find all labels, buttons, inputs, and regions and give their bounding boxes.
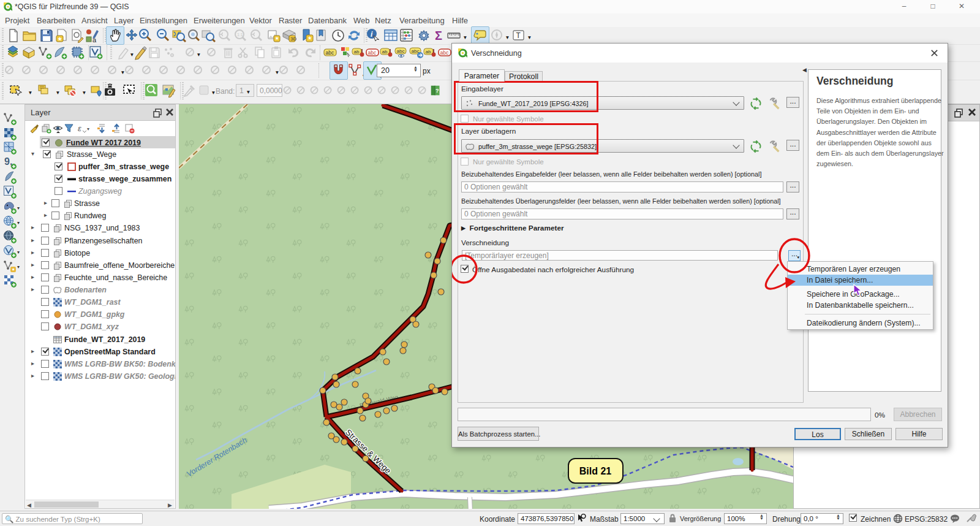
svg-text:ab: ab xyxy=(354,49,360,55)
svg-text:abc: abc xyxy=(440,50,449,56)
svg-text:3D: 3D xyxy=(290,36,296,42)
svg-text:abc: abc xyxy=(326,50,334,56)
svg-text:9,: 9, xyxy=(4,156,12,167)
svg-text:Bild 21: Bild 21 xyxy=(579,466,612,476)
svg-text:ab: ab xyxy=(426,49,431,55)
svg-text:abc: abc xyxy=(368,50,377,56)
svg-text:a: a xyxy=(92,36,97,43)
svg-text:ε: ε xyxy=(78,124,81,133)
svg-text:ab: ab xyxy=(382,49,388,55)
svg-text:?: ? xyxy=(435,88,439,94)
svg-text:abc: abc xyxy=(397,48,405,54)
svg-text:T: T xyxy=(516,31,521,40)
svg-text:1:1: 1:1 xyxy=(237,32,243,37)
svg-text:Σ: Σ xyxy=(435,29,442,42)
